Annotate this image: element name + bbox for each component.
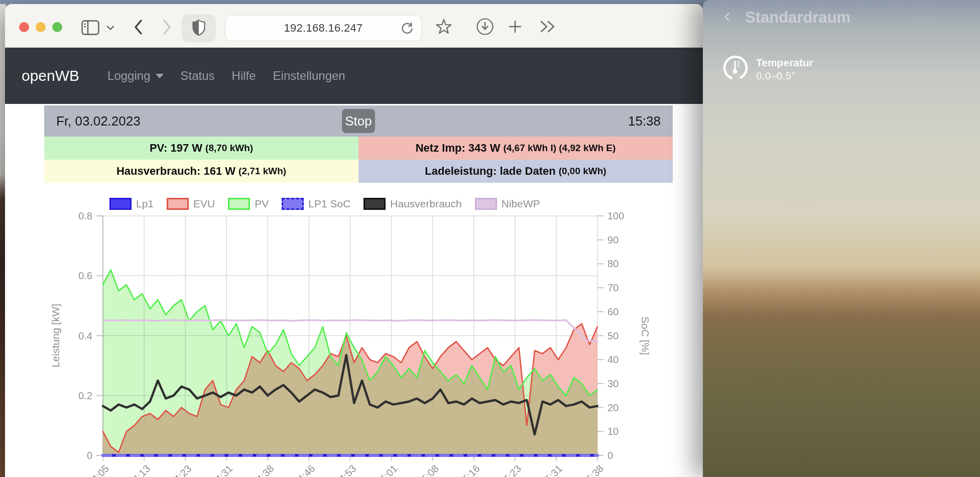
legend-label-evu: EVU xyxy=(193,198,215,210)
legend-swatch-pv xyxy=(228,198,250,210)
temperature-value: 0,0–0,5° xyxy=(756,69,813,82)
svg-text:80: 80 xyxy=(607,258,619,269)
svg-text:90: 90 xyxy=(607,234,619,246)
svg-text:15:08: 15:08 xyxy=(415,463,441,477)
netz-tile: Netz Imp: 343 W (4,67 kWh I) (4,92 kWh E… xyxy=(358,137,673,160)
star-icon xyxy=(435,18,452,37)
chevron-right-icon xyxy=(159,18,174,38)
svg-text:60: 60 xyxy=(607,306,619,317)
power-chart-area: Lp1EVUPVLP1 SoCHausverbrauchNibeWP 0.80.… xyxy=(44,183,673,477)
legend-item-hausverbrauch: Hausverbrauch xyxy=(363,198,461,210)
chart-svg: 0.80.60.40.2014:0514:1314:2314:3114:3814… xyxy=(44,183,673,477)
legend-swatch-hausverbrauch xyxy=(363,198,386,210)
svg-text:70: 70 xyxy=(607,282,619,293)
openwb-page: openWB Logging Status Hilfe Einstellunge… xyxy=(5,48,703,477)
double-chevron-right-icon xyxy=(539,20,556,35)
extension-shield-button[interactable] xyxy=(182,14,216,42)
downloads-button[interactable] xyxy=(475,17,495,37)
nav-item-hilfe[interactable]: Hilfe xyxy=(232,69,256,83)
back-chevron-icon[interactable]: ‹ xyxy=(724,6,730,25)
plus-icon xyxy=(508,19,523,36)
chart-legend: Lp1EVUPVLP1 SoCHausverbrauchNibeWP xyxy=(109,198,540,210)
temperature-tile[interactable]: Temperatur 0,0–0,5° xyxy=(722,54,813,83)
svg-text:0: 0 xyxy=(87,450,92,461)
window-close-button[interactable] xyxy=(19,22,29,32)
power-soc-chart: 0.80.60.40.2014:0514:1314:2314:3114:3814… xyxy=(44,183,673,477)
svg-text:0.2: 0.2 xyxy=(78,390,92,401)
window-minimize-button[interactable] xyxy=(36,22,46,32)
toolbar-overflow-button[interactable] xyxy=(538,20,557,34)
legend-swatch-evu xyxy=(167,198,189,210)
svg-text:14:38: 14:38 xyxy=(251,463,276,477)
legend-label-hausverbrauch: Hausverbrauch xyxy=(390,198,461,210)
hausverbrauch-tile: Hausverbrauch: 161 W (2,71 kWh) xyxy=(44,160,358,183)
sidebar-toggle-button[interactable] xyxy=(79,18,101,38)
svg-text:0: 0 xyxy=(607,450,613,461)
legend-swatch-lp1-soc xyxy=(282,198,304,210)
current-time: 15:38 xyxy=(628,113,661,129)
temperature-label: Temperatur xyxy=(756,56,813,69)
svg-text:100: 100 xyxy=(607,210,624,221)
nav-item-logging[interactable]: Logging xyxy=(107,69,163,83)
svg-text:14:31: 14:31 xyxy=(209,463,235,477)
thermometer-gauge-icon xyxy=(722,54,749,83)
svg-text:15:38: 15:38 xyxy=(580,463,605,477)
legend-label-lp1-soc: LP1 SoC xyxy=(308,198,350,210)
current-date: Fr, 03.02.2023 xyxy=(56,113,141,129)
tab-group-chevron-button[interactable] xyxy=(105,24,115,32)
back-button[interactable] xyxy=(131,18,147,37)
forward-button[interactable] xyxy=(159,18,175,37)
legend-swatch-nibewp xyxy=(475,198,497,210)
browser-window: 192.168.16.247 ope xyxy=(5,4,703,477)
reload-icon[interactable] xyxy=(400,22,414,36)
stop-button[interactable]: Stop xyxy=(342,109,375,133)
legend-item-evu: EVU xyxy=(167,198,215,210)
svg-text:14:46: 14:46 xyxy=(292,463,317,477)
legend-item-lp1: Lp1 xyxy=(109,198,154,210)
info-tile-row-1: PV: 197 W (8,70 kWh) Netz Imp: 343 W (4,… xyxy=(44,137,673,160)
svg-text:30: 30 xyxy=(607,378,619,389)
home-app-window: ‹ Standardraum Temperatur 0,0–0,5° xyxy=(703,0,980,477)
svg-text:50: 50 xyxy=(607,330,619,341)
window-zoom-button[interactable] xyxy=(52,22,62,32)
svg-text:15:23: 15:23 xyxy=(498,463,523,477)
nav-item-einstellungen[interactable]: Einstellungen xyxy=(273,69,345,83)
status-bar: Fr, 03.02.2023 Stop 15:38 xyxy=(44,105,673,137)
info-tile-row-2: Hausverbrauch: 161 W (2,71 kWh) Ladeleis… xyxy=(44,160,673,183)
legend-label-nibewp: NibeWP xyxy=(502,198,540,210)
legend-item-pv: PV xyxy=(228,198,269,210)
svg-text:14:53: 14:53 xyxy=(333,463,358,477)
svg-text:40: 40 xyxy=(607,354,619,365)
openwb-navbar: openWB Logging Status Hilfe Einstellunge… xyxy=(5,48,703,104)
svg-text:15:31: 15:31 xyxy=(539,463,564,477)
svg-text:SoC [%]: SoC [%] xyxy=(640,316,651,355)
svg-text:14:23: 14:23 xyxy=(168,463,194,477)
content-container: Fr, 03.02.2023 Stop 15:38 PV: 197 W (8,7… xyxy=(44,105,673,477)
pv-tile: PV: 197 W (8,70 kWh) xyxy=(44,137,358,160)
legend-item-lp1-soc: LP1 SoC xyxy=(282,198,350,210)
legend-swatch-lp1 xyxy=(109,198,132,210)
url-text: 192.168.16.247 xyxy=(284,22,362,35)
shield-icon xyxy=(192,20,205,37)
ladeleistung-tile: Ladeleistung: lade Daten (0,00 kWh) xyxy=(358,160,673,183)
brand-openwb[interactable]: openWB xyxy=(22,67,79,84)
address-bar[interactable]: 192.168.16.247 xyxy=(225,15,422,41)
svg-text:14:13: 14:13 xyxy=(127,463,152,477)
dropdown-caret-icon xyxy=(156,74,164,78)
new-tab-button[interactable] xyxy=(507,19,523,35)
svg-text:0.8: 0.8 xyxy=(78,210,92,221)
chevron-down-icon xyxy=(106,25,114,32)
nav-item-status[interactable]: Status xyxy=(181,69,215,83)
chevron-left-icon xyxy=(131,18,146,38)
svg-text:15:01: 15:01 xyxy=(374,463,400,477)
svg-text:14:05: 14:05 xyxy=(85,463,111,477)
room-title: Standardraum xyxy=(745,9,850,27)
svg-text:0.6: 0.6 xyxy=(78,270,92,281)
legend-label-pv: PV xyxy=(255,198,269,210)
legend-item-nibewp: NibeWP xyxy=(475,198,540,210)
svg-text:20: 20 xyxy=(607,402,619,413)
legend-label-lp1: Lp1 xyxy=(136,198,154,210)
svg-text:10: 10 xyxy=(607,426,619,437)
bookmark-button[interactable] xyxy=(435,18,453,36)
svg-text:15:16: 15:16 xyxy=(456,463,482,477)
